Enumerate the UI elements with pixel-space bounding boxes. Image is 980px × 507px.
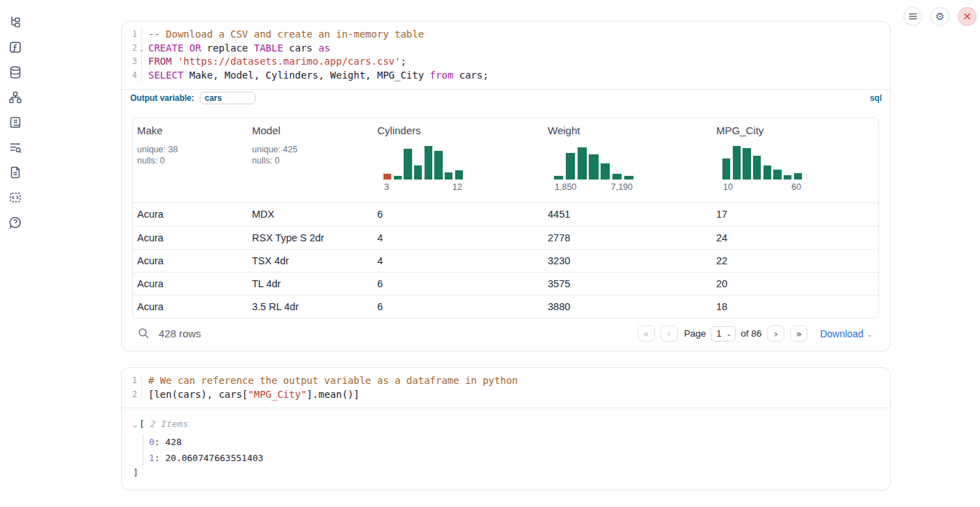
- table-cell: 6: [373, 209, 544, 220]
- row-count: 428 rows: [159, 328, 201, 339]
- histogram-bar[interactable]: [577, 147, 587, 180]
- histogram-bar[interactable]: [403, 148, 412, 180]
- table-cell: 4: [373, 255, 544, 266]
- table-header: Make unique: 38 nulls: 0 Model unique: 4…: [133, 118, 878, 203]
- histogram-bar[interactable]: [455, 170, 464, 180]
- histogram-bar[interactable]: [413, 165, 422, 180]
- column-header-cylinders[interactable]: Cylinders 312: [373, 118, 544, 202]
- snippets-icon[interactable]: [8, 191, 22, 204]
- sidebar: [0, 0, 31, 507]
- documentation-icon[interactable]: [8, 166, 22, 179]
- histogram-bar[interactable]: [553, 175, 564, 180]
- unique-stat: unique: 38: [137, 144, 244, 156]
- collapse-icon[interactable]: ⌄: [133, 421, 137, 428]
- search-icon[interactable]: [138, 328, 150, 339]
- code-line[interactable]: 2[len(cars), cars["MPG_City"].mean()]: [122, 388, 890, 402]
- nulls-stat: nulls: 0: [252, 155, 369, 167]
- histogram-bar[interactable]: [732, 145, 741, 180]
- histogram-bar[interactable]: [424, 145, 433, 180]
- python-code-editor[interactable]: 1# We can reference the output variable …: [122, 368, 890, 408]
- column-header-weight[interactable]: Weight 1,8507,190: [544, 118, 712, 202]
- histogram-bars[interactable]: [383, 144, 464, 180]
- output-variable-input[interactable]: [200, 92, 255, 104]
- table-cell: 4: [373, 232, 544, 243]
- language-badge: sql: [870, 93, 882, 103]
- table-cell: 3880: [544, 301, 712, 312]
- items-count: 2 Items: [150, 419, 189, 429]
- code-line[interactable]: 1# We can reference the output variable …: [122, 374, 890, 388]
- scratchpad-icon[interactable]: [8, 115, 22, 129]
- code-line[interactable]: 2⌄CREATE OR replace TABLE cars as: [122, 42, 890, 56]
- histogram-bar[interactable]: [742, 147, 751, 180]
- download-button[interactable]: Download ⌄: [820, 328, 872, 339]
- table-cell: TSX 4dr: [248, 255, 373, 266]
- histogram-bar[interactable]: [600, 163, 610, 180]
- pagination: « ‹ Page 1 ⌄ of 86 › » Download ⌄: [632, 325, 878, 341]
- previous-page-button[interactable]: ‹: [661, 325, 678, 341]
- table-cell: Acura: [133, 301, 248, 312]
- histogram-bar[interactable]: [624, 175, 634, 180]
- table-cell: 22: [712, 255, 878, 266]
- tree-entry: 1: 20.060747663551403: [149, 450, 879, 466]
- cylinders-histogram: 312: [383, 144, 464, 192]
- table-row[interactable]: AcuraTL 4dr6357520: [133, 272, 878, 295]
- download-label: Download: [820, 328, 863, 339]
- histogram-bars[interactable]: [722, 144, 803, 180]
- tree-entries: 0: 4281: 20.060747663551403: [143, 434, 879, 466]
- table-cell: 4451: [544, 209, 712, 220]
- histogram-bar[interactable]: [434, 150, 443, 180]
- first-page-button[interactable]: «: [638, 325, 655, 341]
- logs-icon[interactable]: [8, 140, 22, 154]
- python-cell-output: ⌄[ 2 Items0: 4281: 20.060747663551403]: [122, 408, 890, 490]
- column-header-model[interactable]: Model unique: 425 nulls: 0: [248, 118, 373, 202]
- table-cell: TL 4dr: [248, 278, 373, 289]
- file-tree-icon[interactable]: [8, 15, 22, 29]
- table-row[interactable]: AcuraMDX6445117: [133, 203, 878, 226]
- histogram-bar[interactable]: [773, 169, 782, 180]
- table-cell: 3.5 RL 4dr: [248, 301, 373, 312]
- histogram-bar[interactable]: [763, 165, 772, 180]
- histogram-bar[interactable]: [444, 172, 453, 180]
- histogram-bar[interactable]: [612, 173, 622, 180]
- histogram-bar[interactable]: [722, 158, 731, 180]
- table-footer: 428 rows « ‹ Page 1 ⌄ of 86 › » Download…: [132, 319, 879, 351]
- histogram-bar[interactable]: [783, 175, 792, 180]
- sql-code-editor[interactable]: 1-- Download a CSV and create an in-memo…: [122, 22, 890, 89]
- fold-arrow-icon[interactable]: ⌄: [140, 42, 143, 56]
- gear-icon: ⚙: [935, 11, 945, 22]
- column-header-make[interactable]: Make unique: 38 nulls: 0: [133, 118, 248, 202]
- page-total: of 86: [741, 328, 761, 339]
- code-line[interactable]: 3FROM 'https://datasets.marimo.app/cars.…: [122, 55, 890, 69]
- database-icon[interactable]: [8, 65, 22, 79]
- weight-histogram: 1,8507,190: [553, 144, 634, 192]
- histogram-bar[interactable]: [565, 152, 576, 180]
- code-line[interactable]: 1-- Download a CSV and create an in-memo…: [122, 28, 890, 42]
- next-page-button[interactable]: ›: [767, 325, 784, 341]
- settings-button[interactable]: ⚙: [931, 7, 949, 26]
- mpg-city-histogram: 1060: [722, 144, 803, 192]
- table-row[interactable]: AcuraTSX 4dr4323022: [133, 249, 878, 272]
- help-icon[interactable]: [8, 216, 22, 230]
- nulls-stat: nulls: 0: [137, 155, 244, 167]
- code-line[interactable]: 4SELECT Make, Model, Cylinders, Weight, …: [122, 69, 890, 83]
- line-number: 2: [122, 388, 142, 402]
- last-page-button[interactable]: »: [790, 325, 807, 341]
- output-variable-bar: Output variable: sql: [122, 89, 890, 107]
- dependency-graph-icon[interactable]: [8, 90, 22, 104]
- page-select[interactable]: 1 ⌄: [711, 326, 736, 341]
- histogram-bar[interactable]: [383, 173, 392, 180]
- column-header-mpg-city[interactable]: MPG_City 1060: [712, 118, 878, 202]
- histogram-bar[interactable]: [588, 154, 599, 180]
- table-row[interactable]: Acura3.5 RL 4dr6388018: [133, 295, 878, 318]
- table-cell: 3575: [544, 278, 712, 289]
- histogram-bar[interactable]: [393, 175, 402, 180]
- table-body: AcuraMDX6445117AcuraRSX Type S 2dr427782…: [133, 203, 878, 318]
- histogram-bars[interactable]: [553, 144, 634, 180]
- menu-button[interactable]: [903, 7, 922, 26]
- shutdown-button[interactable]: [958, 7, 977, 26]
- histogram-bar[interactable]: [752, 155, 761, 180]
- histogram-bar[interactable]: [793, 172, 803, 180]
- function-icon[interactable]: [8, 40, 22, 54]
- line-number: 1: [122, 374, 142, 388]
- table-row[interactable]: AcuraRSX Type S 2dr4277824: [133, 226, 878, 249]
